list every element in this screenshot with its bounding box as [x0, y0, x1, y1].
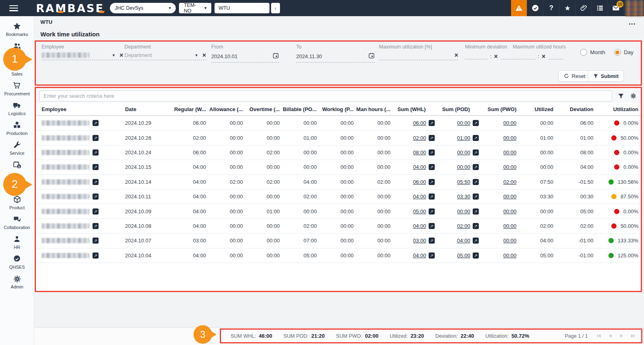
open-employee-link-icon[interactable]	[93, 135, 99, 141]
sum-whl-link[interactable]: 06:00	[413, 120, 426, 126]
month-radio[interactable]: Month	[580, 49, 605, 56]
sidebar-item-bookmarks[interactable]: Bookmarks	[0, 21, 34, 37]
table-row[interactable]: 2024.10.15 04:00 00:00 00:00 00:00 00:00…	[36, 160, 641, 175]
open-pod-link-icon[interactable]	[473, 238, 479, 244]
open-pod-link-icon[interactable]	[473, 149, 479, 156]
sum-pod-link[interactable]: 03:30	[457, 194, 470, 200]
sum-pod-link[interactable]: 01:00	[457, 135, 470, 141]
open-pod-link-icon[interactable]	[473, 164, 479, 170]
help-button[interactable]: ?	[543, 0, 559, 16]
open-employee-link-icon[interactable]	[93, 120, 99, 126]
sum-pwo-link[interactable]: 00:00	[503, 223, 517, 229]
gear-icon[interactable]	[630, 93, 637, 99]
sidebar-item-qhses[interactable]: QHSES	[0, 254, 34, 269]
sum-pwo-link[interactable]: 00:00	[503, 208, 517, 215]
open-employee-link-icon[interactable]	[93, 179, 99, 185]
min-deviation-filter[interactable]: Minimum deviation : ×	[465, 44, 516, 59]
alerts-button[interactable]	[511, 0, 527, 16]
submit-button[interactable]: Submit	[588, 70, 624, 82]
max-utilized-hours-filter[interactable]: Maximum utilized hours : ×	[513, 44, 566, 59]
sum-pod-link[interactable]: 02:00	[457, 223, 470, 229]
open-employee-link-icon[interactable]	[93, 194, 99, 200]
open-employee-link-icon[interactable]	[93, 164, 99, 170]
open-employee-link-icon[interactable]	[93, 223, 99, 229]
department-filter[interactable]: Department Department ▼ ×	[124, 44, 206, 60]
sum-whl-link[interactable]: 03:00	[413, 238, 426, 244]
column-header-regular[interactable]: Regular (W...	[169, 106, 206, 112]
pagination-next-button[interactable]	[619, 333, 624, 339]
user-menu-button[interactable]	[624, 0, 644, 16]
open-employee-link-icon[interactable]	[93, 252, 99, 259]
table-row[interactable]: 2024.10.08 04:00 00:00 00:00 02:00 00:00…	[36, 219, 641, 234]
table-row[interactable]: 2024.10.09 04:00 00:00 01:00 00:00 00:00…	[36, 204, 641, 219]
sum-whl-link[interactable]: 04:00	[413, 194, 426, 200]
open-whl-link-icon[interactable]	[429, 135, 435, 141]
to-date-filter[interactable]: To 2024.11.30	[296, 44, 375, 63]
sidebar-item-service[interactable]: Service	[0, 140, 34, 156]
table-row[interactable]: 2024.10.29 06:00 00:00 00:00 00:00 00:00…	[36, 116, 641, 130]
sum-pwo-link[interactable]: 00:00	[503, 135, 517, 141]
column-header-worklog[interactable]: Worklog (P...	[317, 106, 354, 112]
open-whl-link-icon[interactable]	[429, 149, 435, 156]
open-employee-link-icon[interactable]	[93, 208, 99, 215]
messages-button[interactable]: 10	[608, 0, 624, 16]
sidebar-item-rental-calendar-dollar[interactable]: $	[0, 160, 34, 170]
chevron-down-icon[interactable]: ▼	[112, 53, 116, 57]
sum-pwo-link[interactable]: 00:00	[503, 252, 517, 259]
sidebar-item-logistics[interactable]: Logistics	[0, 101, 34, 116]
attachments-button[interactable]	[575, 0, 591, 16]
open-employee-link-icon[interactable]	[93, 238, 99, 244]
day-radio[interactable]: Day	[614, 49, 633, 56]
column-header-sum-pwo[interactable]: Sum (PWO)	[479, 106, 516, 112]
clear-icon[interactable]: ×	[455, 53, 458, 58]
reset-button[interactable]: Reset	[558, 70, 591, 82]
hamburger-menu-icon[interactable]	[9, 5, 18, 11]
pagination-first-button[interactable]	[596, 333, 602, 339]
favorites-button[interactable]: ★	[559, 0, 575, 16]
chevron-down-icon[interactable]: ▼	[195, 53, 198, 57]
sum-pwo-link[interactable]: 00:00	[503, 120, 517, 126]
open-pod-link-icon[interactable]	[473, 252, 479, 259]
sidebar-item-procurement[interactable]: Procurement	[0, 81, 34, 96]
sum-whl-link[interactable]: 04:00	[413, 164, 426, 170]
sum-pwo-link[interactable]: 02:00	[503, 179, 517, 185]
sum-pod-link[interactable]: 04:00	[457, 238, 470, 244]
tasks-list-button[interactable]	[591, 0, 608, 16]
open-pod-link-icon[interactable]	[473, 208, 479, 215]
open-pod-link-icon[interactable]	[473, 223, 479, 229]
pagination-prev-button[interactable]	[608, 333, 613, 339]
clear-icon[interactable]: ×	[202, 53, 206, 58]
column-header-utilization[interactable]: Utilization	[593, 106, 638, 112]
sidebar-item-product[interactable]: Product	[0, 195, 34, 210]
from-date-filter[interactable]: From 2024.10.01	[211, 44, 279, 63]
column-header-sum-pod[interactable]: Sum (POD)	[435, 106, 479, 112]
table-row[interactable]: 2024.10.26 02:00 00:00 00:00 01:00 00:00…	[36, 130, 641, 145]
table-row[interactable]: 2024.10.07 03:00 00:00 00:00 07:00 00:00…	[36, 234, 641, 248]
open-whl-link-icon[interactable]	[429, 164, 435, 170]
sum-pod-link[interactable]: 00:00	[457, 208, 470, 215]
open-pod-link-icon[interactable]	[473, 120, 479, 126]
column-header-deviation[interactable]: Deviation	[554, 106, 593, 112]
open-whl-link-icon[interactable]	[429, 208, 435, 215]
column-header-billable[interactable]: Billable (PO...	[280, 106, 316, 112]
sum-whl-link[interactable]: 06:00	[413, 179, 426, 185]
approvals-button[interactable]	[527, 0, 543, 16]
open-whl-link-icon[interactable]	[429, 238, 435, 244]
sum-whl-link[interactable]: 04:00	[413, 252, 426, 259]
column-header-man-hours[interactable]: Man hours (...	[354, 106, 390, 112]
column-header-allowance[interactable]: Allowance (...	[206, 106, 243, 112]
max-utilization-filter[interactable]: Maximum utilization [%] ×	[379, 44, 458, 60]
column-header-utilized[interactable]: Utilized	[516, 106, 553, 112]
sum-whl-link[interactable]: 04:00	[413, 223, 426, 229]
column-header-overtime[interactable]: Overtime (...	[243, 106, 280, 112]
sum-pod-link[interactable]: 05:50	[457, 179, 470, 185]
open-pod-link-icon[interactable]	[473, 194, 479, 200]
open-whl-link-icon[interactable]	[429, 179, 435, 185]
open-pod-link-icon[interactable]	[473, 179, 479, 185]
more-options-button[interactable]: •••	[629, 21, 636, 26]
sidebar-item-admin[interactable]: Admin	[0, 274, 34, 289]
system-select[interactable]: JHC DevSys▼	[110, 3, 176, 13]
open-pod-link-icon[interactable]	[473, 135, 479, 141]
open-whl-link-icon[interactable]	[429, 120, 435, 126]
table-row[interactable]: 2024.10.04 04:00 00:00 00:00 05:00 00:00…	[36, 248, 641, 263]
